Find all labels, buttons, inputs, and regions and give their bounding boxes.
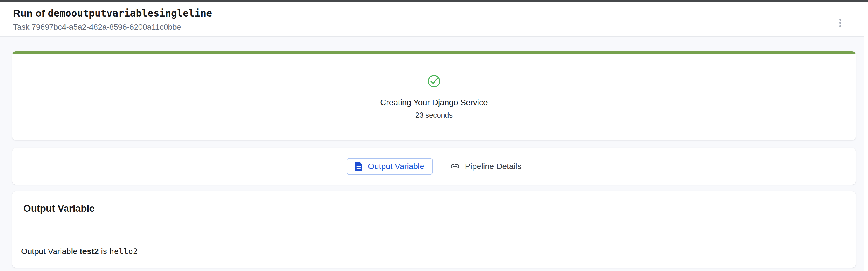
page-title-run-name: demooutputvariablesingleline <box>48 8 212 19</box>
status-accent-bar <box>12 52 856 54</box>
status-duration: 23 seconds <box>415 111 453 120</box>
tab-pipeline-details-label: Pipeline Details <box>465 162 522 171</box>
output-variable-line: Output Variable test2 is hello2 <box>21 247 844 256</box>
output-variable-name: test2 <box>80 247 98 256</box>
status-content: Creating Your Django Service 23 seconds <box>12 54 856 140</box>
output-line-prefix: Output Variable <box>21 247 80 256</box>
output-variable-card: Output Variable Output Variable test2 is… <box>12 191 856 268</box>
status-title: Creating Your Django Service <box>380 98 488 107</box>
link-icon <box>450 161 460 171</box>
document-icon <box>355 162 362 171</box>
kebab-dot <box>839 25 841 27</box>
tab-pipeline-details[interactable]: Pipeline Details <box>450 161 522 171</box>
kebab-dot <box>839 22 841 24</box>
kebab-menu-icon[interactable] <box>836 16 844 30</box>
header-text-block: Run of demooutputvariablesingleline Task… <box>13 8 212 32</box>
main-content: Creating Your Django Service 23 seconds … <box>12 36 856 268</box>
output-variable-value: hello2 <box>109 247 138 256</box>
page-title: Run of demooutputvariablesingleline <box>13 8 212 19</box>
status-card: Creating Your Django Service 23 seconds <box>12 52 856 140</box>
tab-output-variable-label: Output Variable <box>368 162 424 171</box>
kebab-dot <box>839 19 841 21</box>
task-id-subtitle: Task 79697bc4-a5a2-482a-8596-6200a11c0bb… <box>13 23 212 32</box>
check-circle-icon <box>427 74 441 88</box>
output-section-heading: Output Variable <box>23 203 844 214</box>
scrollbar-track[interactable] <box>864 2 868 271</box>
page-title-prefix: Run of <box>13 8 48 19</box>
page-header: Run of demooutputvariablesingleline Task… <box>0 2 868 36</box>
output-line-connector: is <box>99 247 110 256</box>
top-accent-bar <box>0 0 868 2</box>
tab-output-variable[interactable]: Output Variable <box>346 158 433 175</box>
tabs-bar: Output Variable Pipeline Details <box>12 148 856 184</box>
